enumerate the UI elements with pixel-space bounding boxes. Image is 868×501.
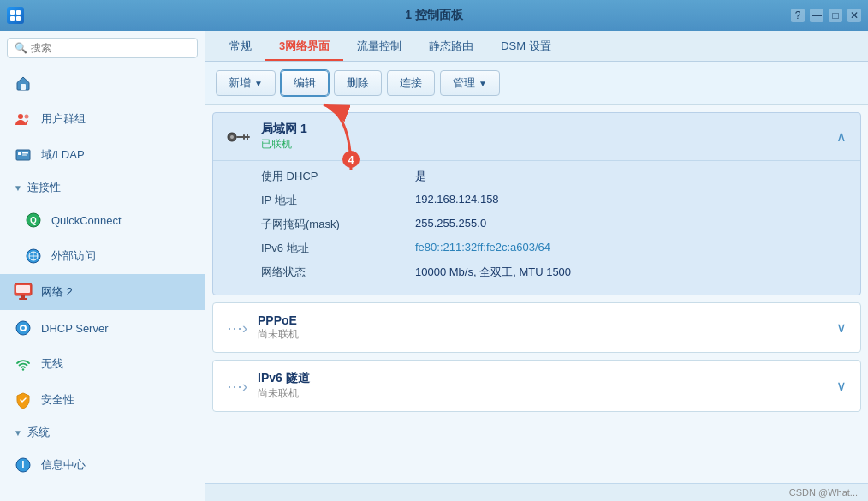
search-input[interactable]: [31, 42, 190, 54]
sidebar-item-wireless[interactable]: 无线: [0, 346, 205, 382]
network-card-ipv6-tunnel: ⋯› IPv6 隧道 尚未联机 ∨: [212, 360, 861, 412]
sidebar-item-user-group[interactable]: 用户群组: [0, 101, 205, 137]
pppoe-header[interactable]: ⋯› PPPoE 尚未联机 ∨: [213, 303, 860, 352]
lan1-status: 已联机: [261, 137, 826, 152]
window-controls: ? — □ ✕: [791, 9, 861, 22]
tab-static-route[interactable]: 静态路由: [415, 33, 487, 61]
sidebar-item-dhcp[interactable]: DHCP Server: [0, 310, 205, 346]
sidebar-item-label-user-group: 用户群组: [41, 111, 86, 127]
sidebar-item-security[interactable]: 安全性: [0, 382, 205, 418]
content-area: 常规 3网络界面 流量控制 静态路由 DSM 设置 新增 ▼ 编辑 删除 连接: [205, 31, 868, 501]
svg-rect-2: [10, 16, 15, 21]
network-icon: [14, 283, 33, 301]
ipv6-tunnel-expand-button[interactable]: ∨: [836, 378, 847, 394]
delete-label: 删除: [347, 75, 369, 91]
lan-icon: [227, 125, 251, 149]
ipv6-label: IPv6 地址: [261, 241, 415, 256]
footer: CSDN @What...: [205, 483, 868, 501]
ipv6-value: fe80::211:32ff:fe2c:a603/64: [415, 241, 550, 256]
delete-button[interactable]: 删除: [334, 70, 382, 96]
svg-text:i: i: [21, 459, 24, 471]
svg-point-20: [21, 326, 25, 330]
svg-rect-3: [16, 16, 21, 21]
network-card-lan1: 局域网 1 已联机 ∧ 使用 DHCP 是 IP 地址 192.168.124.…: [212, 112, 861, 295]
app-icon: [7, 7, 24, 24]
sidebar-item-info-center[interactable]: i 信息中心: [0, 447, 205, 483]
dhcp-label: 使用 DHCP: [261, 169, 415, 184]
sidebar-item-label-domain: 域/LDAP: [41, 147, 85, 163]
info-icon: i: [14, 456, 33, 474]
tab-network-interface[interactable]: 3网络界面: [265, 33, 343, 61]
minimize-button[interactable]: —: [810, 9, 823, 22]
connect-button[interactable]: 连接: [387, 70, 435, 96]
ipv6-tunnel-header[interactable]: ⋯› IPv6 隧道 尚未联机 ∨: [213, 361, 860, 411]
watermark-text: CSDN @What...: [789, 487, 858, 498]
sidebar-item-label-dhcp: DHCP Server: [41, 322, 109, 335]
sidebar-item-external[interactable]: 外部访问: [0, 238, 205, 274]
add-button[interactable]: 新增 ▼: [216, 70, 276, 96]
dropdown-arrow-icon: ▼: [254, 79, 263, 88]
network-card-lan1-header[interactable]: 局域网 1 已联机 ∧: [213, 113, 860, 160]
sidebar-item-label-info-center: 信息中心: [41, 457, 86, 473]
lan1-details: 使用 DHCP 是 IP 地址 192.168.124.158 子网掩码(mas…: [213, 160, 860, 295]
sidebar-item-network[interactable]: 网络 2: [0, 274, 205, 310]
help-button[interactable]: ?: [791, 9, 805, 22]
search-icon: 🔍: [15, 42, 27, 54]
titlebar: 1 控制面板 ? — □ ✕: [0, 0, 868, 31]
external-icon: [24, 247, 43, 265]
main-container: 🔍 用户群组: [0, 31, 868, 501]
sidebar-section-connectivity[interactable]: ▼ 连接性: [0, 173, 205, 202]
pppoe-expand-button[interactable]: ∨: [836, 319, 847, 336]
close-button[interactable]: ✕: [847, 9, 861, 22]
mask-value: 255.255.255.0: [415, 217, 486, 232]
ip-label: IP 地址: [261, 193, 415, 208]
network-list: 局域网 1 已联机 ∧ 使用 DHCP 是 IP 地址 192.168.124.…: [205, 105, 868, 483]
detail-row-mask: 子网掩码(mask) 255.255.255.0: [261, 212, 847, 236]
tab-bar: 常规 3网络界面 流量控制 静态路由 DSM 设置: [205, 31, 868, 62]
svg-point-21: [22, 368, 24, 370]
edit-label: 编辑: [294, 75, 316, 91]
detail-row-dhcp: 使用 DHCP 是: [261, 164, 847, 188]
sidebar: 🔍 用户群组: [0, 31, 205, 501]
toolbar-container: 新增 ▼ 编辑 删除 连接 管理 ▼: [205, 62, 868, 105]
search-box: 🔍: [7, 38, 198, 58]
svg-rect-10: [22, 155, 27, 156]
manage-button[interactable]: 管理 ▼: [440, 70, 500, 96]
ipv6-tunnel-icon: ⋯›: [227, 377, 247, 396]
security-icon: [14, 391, 33, 409]
sidebar-section-system[interactable]: ▼ 系统: [0, 418, 205, 447]
svg-rect-1: [16, 10, 21, 15]
ipv6-tunnel-status: 尚未联机: [258, 386, 826, 401]
chevron-down-icon: ▼: [14, 183, 22, 193]
sidebar-item-domain[interactable]: 域/LDAP: [0, 137, 205, 173]
tab-general[interactable]: 常规: [216, 33, 265, 61]
manage-dropdown-icon: ▼: [479, 79, 487, 88]
detail-row-ip: IP 地址 192.168.124.158: [261, 188, 847, 212]
svg-text:Q: Q: [30, 216, 37, 225]
domain-icon: [14, 146, 33, 164]
svg-rect-4: [21, 84, 26, 90]
sidebar-item-label-system: 系统: [27, 425, 50, 440]
svg-rect-15: [16, 285, 30, 293]
svg-rect-0: [10, 10, 15, 15]
sidebar-item-quickconnect[interactable]: Q QuickConnect: [0, 202, 205, 238]
pppoe-name: PPPoE: [258, 313, 826, 327]
edit-button[interactable]: 编辑: [281, 70, 329, 96]
detail-row-status: 网络状态 10000 Mb/s, 全双工, MTU 1500: [261, 260, 847, 284]
svg-point-28: [230, 135, 234, 139]
svg-point-6: [25, 115, 29, 119]
lan1-collapse-button[interactable]: ∧: [836, 128, 847, 145]
network-card-pppoe: ⋯› PPPoE 尚未联机 ∨: [212, 302, 861, 353]
pppoe-info: PPPoE 尚未联机: [258, 313, 826, 342]
sidebar-item-label-quickconnect: QuickConnect: [51, 214, 122, 227]
sidebar-item-label-wireless: 无线: [41, 356, 63, 372]
sidebar-item-label-connectivity: 连接性: [27, 180, 61, 195]
pppoe-status: 尚未联机: [258, 327, 826, 342]
tab-dsm-settings[interactable]: DSM 设置: [487, 33, 565, 61]
ip-value: 192.168.124.158: [415, 193, 499, 208]
sidebar-item-home[interactable]: [0, 65, 205, 101]
restore-button[interactable]: □: [829, 9, 842, 22]
tab-traffic-control[interactable]: 流量控制: [343, 33, 415, 61]
svg-rect-16: [21, 295, 25, 298]
wireless-icon: [14, 355, 33, 373]
